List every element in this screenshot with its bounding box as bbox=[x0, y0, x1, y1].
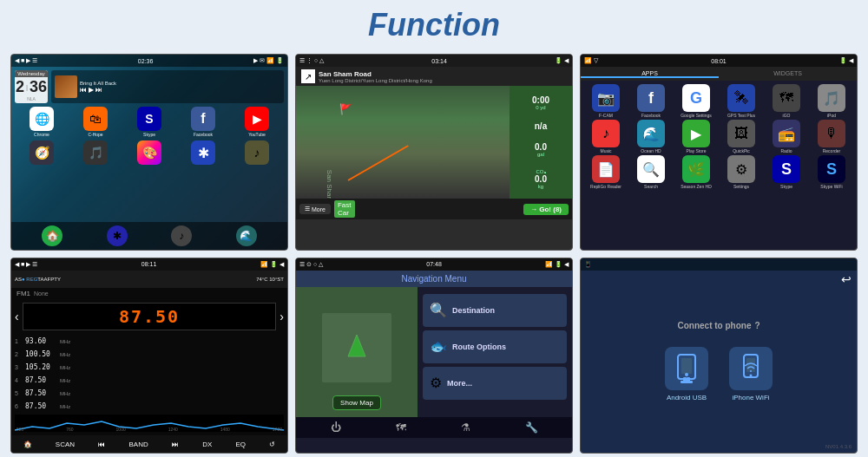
s4-frequency-display: 87.50 bbox=[23, 303, 277, 330]
s1-cal-header: Wednesday bbox=[15, 70, 48, 77]
s1-music-controls[interactable]: ⏮ ▶ ⏭ bbox=[80, 86, 280, 94]
list-item[interactable]: ▶ YouTube bbox=[232, 107, 282, 137]
list-item[interactable]: 4 87.50 MHz bbox=[15, 375, 284, 387]
s4-top-left: ◀ ■ ▶ ☰ bbox=[15, 261, 37, 268]
s4-ta-btn[interactable]: TA bbox=[37, 277, 43, 282]
s1-right-icons: ▶ ✉ 📶 🔋 bbox=[253, 57, 284, 64]
s5-map-icon[interactable]: 🗺 bbox=[396, 421, 406, 434]
s1-next-btn[interactable]: ⏭ bbox=[95, 86, 102, 94]
screen-connect-phone: 📱 ↩ Connect to phone ? bbox=[580, 258, 858, 454]
s3-top-icons: 📶 ▽ bbox=[584, 57, 598, 64]
list-item[interactable]: f Facebook bbox=[629, 84, 673, 118]
s4-scan-btn[interactable]: SCAN bbox=[56, 441, 75, 448]
list-item[interactable]: 🌊 Ocean HD bbox=[629, 120, 673, 153]
list-item[interactable]: S Skype bbox=[124, 107, 174, 137]
list-item[interactable]: ▶ Play Store bbox=[674, 120, 718, 153]
list-item[interactable]: 3 105.20 MHz bbox=[15, 362, 284, 374]
s6-topbar: 📱 bbox=[581, 258, 857, 271]
s6-help-icon[interactable]: ? bbox=[754, 321, 760, 330]
list-item[interactable]: 📷 F-CAM bbox=[584, 84, 628, 118]
s4-back-btn[interactable]: ↺ bbox=[269, 441, 275, 448]
list-item[interactable]: 🛰 GPS Test Plus bbox=[720, 84, 763, 118]
list-item[interactable]: 🎵 iPod bbox=[810, 84, 853, 118]
svg-rect-6 bbox=[681, 381, 693, 383]
s2-go-button[interactable]: → Go! (8) bbox=[523, 204, 569, 215]
s1-calendar: Wednesday 2 | 36 NLA bbox=[15, 70, 48, 103]
list-item[interactable]: ✱ bbox=[178, 140, 228, 166]
s4-dock: 🏠 SCAN ⏮ BAND ⏭ DX EQ ↺ bbox=[11, 435, 287, 453]
s1-dock-home[interactable]: 🏠 bbox=[42, 225, 62, 246]
s5-show-map-button[interactable]: Show Map bbox=[332, 395, 381, 410]
s4-rew-btn[interactable]: ⏮ bbox=[98, 441, 105, 448]
list-item[interactable]: 🧭 bbox=[16, 140, 67, 166]
list-item[interactable]: 2 100.50 MHz bbox=[15, 349, 284, 361]
list-item[interactable]: ♪ Music bbox=[584, 120, 628, 153]
list-item[interactable]: S Skype WiFi bbox=[810, 155, 853, 189]
list-item[interactable]: 🖼 QuickPic bbox=[720, 120, 763, 153]
s3-topbar: 📶 ▽ 08:01 🔋 ◀ bbox=[581, 55, 857, 67]
s6-android-usb-option[interactable]: Android USB bbox=[665, 347, 708, 402]
svg-rect-7 bbox=[683, 377, 687, 382]
s4-topbar: ◀ ■ ▶ ☰ 08:11 📶 🔋 ◀ bbox=[11, 258, 287, 271]
s5-more-icon: ⚙ bbox=[430, 375, 442, 391]
s4-eq-btn[interactable]: EQ bbox=[236, 441, 247, 448]
list-item[interactable]: 5 87.50 MHz bbox=[15, 388, 284, 400]
tab-apps[interactable]: APPS bbox=[581, 70, 719, 78]
s5-content: Show Map 🔍 Destination 🐟 Route Options ⚙… bbox=[296, 287, 572, 417]
s4-next-btn[interactable]: › bbox=[279, 310, 284, 323]
s2-road-name: San Sham Road bbox=[319, 70, 432, 78]
list-item[interactable]: 🛍 C-Hope bbox=[70, 107, 121, 137]
tab-widgets[interactable]: WIDGETS bbox=[719, 70, 857, 78]
s4-controls: AS ● REG TA AF PTY 74°C 10°ST bbox=[11, 271, 287, 288]
s4-dx-btn[interactable]: DX bbox=[202, 441, 212, 448]
s5-destination-icon: 🔍 bbox=[430, 302, 447, 318]
s2-top-right: 🔋 ◀ bbox=[555, 57, 569, 64]
s2-more-button[interactable]: ☰ More bbox=[299, 204, 331, 214]
s5-more-button[interactable]: ⚙ More... bbox=[423, 367, 567, 400]
s5-destination-button[interactable]: 🔍 Destination bbox=[423, 294, 567, 327]
s4-band-btn[interactable]: BAND bbox=[129, 441, 148, 448]
s4-af-btn[interactable]: AF bbox=[44, 277, 51, 282]
s4-reg-btn[interactable]: ● REG bbox=[22, 277, 37, 282]
s5-flask-icon[interactable]: ⚗ bbox=[461, 421, 470, 434]
list-item[interactable]: 🗺 iGO bbox=[765, 84, 808, 118]
s5-top-right: 📶 🔋 ◀ bbox=[545, 261, 569, 268]
list-item[interactable]: 🌐 Chrome bbox=[16, 107, 67, 137]
list-item[interactable]: ⚙ Settings bbox=[720, 155, 763, 189]
list-item[interactable]: ♪ bbox=[232, 140, 282, 166]
function-grid: ◀ ■ ▶ ☰ 02:36 ▶ ✉ 📶 🔋 Wednesday 2 | 36 N… bbox=[0, 49, 868, 457]
list-item[interactable]: 🌿 Season Zen HD bbox=[674, 155, 718, 189]
s6-iphone-wifi-option[interactable]: iPhone WiFi bbox=[729, 347, 773, 402]
s4-fwd-btn[interactable]: ⏭ bbox=[172, 441, 179, 448]
s6-android-usb-label: Android USB bbox=[667, 394, 707, 402]
list-item[interactable]: 📻 Radio bbox=[765, 120, 808, 153]
list-item[interactable]: 6 87.50 MHz bbox=[15, 401, 284, 413]
s5-power-icon[interactable]: ⏻ bbox=[331, 421, 341, 434]
s4-prev-btn[interactable]: ‹ bbox=[15, 310, 19, 323]
list-item[interactable]: f Facebook bbox=[178, 107, 228, 137]
s1-dock-nav[interactable]: 🌊 bbox=[236, 225, 257, 246]
s6-iphone-wifi-icon bbox=[729, 347, 773, 390]
s4-as-btn[interactable]: AS bbox=[15, 277, 22, 282]
list-item[interactable]: 🎨 bbox=[124, 140, 174, 166]
s1-prev-btn[interactable]: ⏮ bbox=[80, 86, 87, 94]
list-item[interactable]: 📄 RepliGo Reader bbox=[584, 155, 628, 189]
s6-back-button[interactable]: ↩ bbox=[841, 272, 852, 286]
s1-dock-music[interactable]: ♪ bbox=[171, 225, 192, 246]
list-item[interactable]: 🎵 bbox=[70, 140, 121, 166]
s6-version-label: NV01.4.3.6 bbox=[825, 444, 852, 449]
list-item[interactable]: G Google Settings bbox=[674, 84, 718, 118]
s1-dock-bt[interactable]: ✱ bbox=[107, 225, 128, 246]
list-item[interactable]: 🔍 Search bbox=[629, 155, 673, 189]
list-item[interactable]: 🎙 Recorder bbox=[810, 120, 853, 153]
s5-wrench-icon[interactable]: 🔧 bbox=[525, 421, 538, 434]
s5-route-options-button[interactable]: 🐟 Route Options bbox=[423, 330, 567, 363]
s6-connection-options: Android USB iPhone WiFi bbox=[665, 347, 773, 402]
list-item[interactable]: 1 93.60 MHz bbox=[15, 336, 284, 348]
s2-flag-icon: 🚩 bbox=[339, 103, 352, 115]
s4-home-btn[interactable]: 🏠 bbox=[23, 441, 32, 448]
s4-pty-btn[interactable]: PTY bbox=[50, 277, 61, 282]
s1-play-btn[interactable]: ▶ bbox=[89, 86, 94, 94]
s3-app-grid: 📷 F-CAM f Facebook G Google Settings 🛰 G… bbox=[581, 81, 857, 193]
list-item[interactable]: S Skype bbox=[765, 155, 808, 189]
